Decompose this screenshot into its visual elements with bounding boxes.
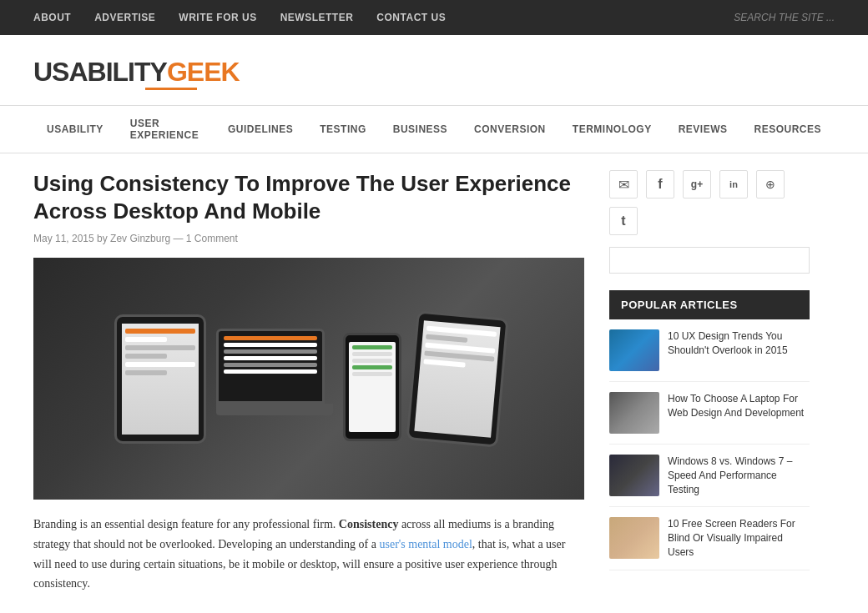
- cat-nav-resources[interactable]: RESOURCES: [740, 112, 835, 147]
- article-body-strong: Consistency: [339, 518, 399, 530]
- top-search-label: SEARCH THE SITE ...: [734, 12, 835, 23]
- social-linkedin-icon[interactable]: in: [719, 170, 748, 198]
- social-rss-icon[interactable]: ⊕: [756, 170, 785, 198]
- category-navigation: USABILITY USER EXPERIENCE GUIDELINES TES…: [0, 105, 868, 153]
- cat-nav-testing[interactable]: TESTING: [306, 112, 380, 147]
- article-date: May 11, 2015: [33, 233, 94, 244]
- social-facebook-icon[interactable]: f: [646, 170, 674, 198]
- sidebar: ✉ f g+ in ⊕ t POPULAR ARTICLES 10 UX Des…: [609, 170, 810, 594]
- top-nav-links: ABOUT ADVERTISE WRITE FOR US NEWSLETTER …: [33, 12, 446, 23]
- article-by: by: [97, 233, 108, 244]
- top-navigation: ABOUT ADVERTISE WRITE FOR US NEWSLETTER …: [0, 0, 868, 35]
- laptop-base: [216, 404, 333, 415]
- device-phone: [343, 333, 401, 441]
- article-hero-image: [33, 258, 584, 500]
- article-image-inner: [33, 258, 584, 500]
- device-tablet-left: [114, 314, 206, 444]
- popular-article-2: How To Choose A Laptop For Web Design An…: [609, 382, 810, 445]
- cat-nav-terminology[interactable]: TERMINOLOGY: [559, 112, 665, 147]
- popular-articles-list: 10 UX Design Trends You Shouldn't Overlo…: [609, 319, 810, 570]
- nav-link-about[interactable]: ABOUT: [33, 12, 71, 23]
- article-author[interactable]: Zev Ginzburg: [110, 233, 170, 244]
- article-dash: —: [173, 233, 185, 244]
- tablet-screen-right: [414, 320, 500, 438]
- cat-nav-user-experience[interactable]: USER EXPERIENCE: [117, 106, 214, 153]
- logo-underline: [145, 88, 197, 90]
- social-icons-bar: ✉ f g+ in ⊕ t: [609, 170, 810, 235]
- popular-article-title-3[interactable]: Windows 8 vs. Windows 7 – Speed And Perf…: [668, 455, 810, 496]
- logo-geek: GEEK: [167, 57, 240, 87]
- popular-article-thumb-3: [609, 455, 659, 496]
- nav-link-write[interactable]: WRITE FOR US: [179, 12, 256, 23]
- article-body-link[interactable]: user's mental model: [379, 538, 472, 550]
- social-email-icon[interactable]: ✉: [609, 170, 638, 198]
- popular-article-title-2[interactable]: How To Choose A Laptop For Web Design An…: [668, 392, 810, 420]
- article-title: Using Consistency To Improve The User Ex…: [33, 170, 584, 224]
- device-laptop: [216, 329, 333, 429]
- nav-link-newsletter[interactable]: NEWSLETTER: [280, 12, 354, 23]
- popular-article-thumb-1: [609, 329, 659, 371]
- cat-nav-reviews[interactable]: REVIEWS: [665, 112, 741, 147]
- popular-article-title-4[interactable]: 10 Free Screen Readers For Blind Or Visu…: [668, 517, 810, 559]
- laptop-screen: [216, 329, 325, 404]
- popular-articles-header: POPULAR ARTICLES: [609, 290, 810, 319]
- social-googleplus-icon[interactable]: g+: [683, 170, 711, 198]
- nav-link-contact[interactable]: CONTACT US: [376, 12, 446, 23]
- cat-nav-business[interactable]: BUSINESS: [380, 112, 461, 147]
- popular-article-thumb-2: [609, 392, 659, 434]
- logo-usability: USABILITY: [33, 57, 167, 87]
- article-body: Branding is an essential design feature …: [33, 515, 584, 594]
- site-header: USABILITYGEEK: [0, 35, 868, 105]
- site-logo[interactable]: USABILITYGEEK: [33, 58, 835, 85]
- popular-article-4: 10 Free Screen Readers For Blind Or Visu…: [609, 507, 810, 570]
- device-tablet-right: [406, 310, 508, 447]
- popular-article-1: 10 UX Design Trends You Shouldn't Overlo…: [609, 319, 810, 382]
- cat-nav-usability[interactable]: USABILITY: [33, 112, 117, 147]
- main-content: Using Consistency To Improve The User Ex…: [0, 153, 868, 610]
- tablet-screen: [122, 324, 199, 435]
- popular-article-3: Windows 8 vs. Windows 7 – Speed And Perf…: [609, 445, 810, 507]
- article: Using Consistency To Improve The User Ex…: [33, 170, 584, 594]
- article-comments[interactable]: 1 Comment: [186, 233, 238, 244]
- nav-link-advertise[interactable]: ADVERTISE: [94, 12, 155, 23]
- phone-screen: [349, 342, 396, 432]
- popular-article-thumb-4: [609, 517, 659, 559]
- article-body-pre: Branding is an essential design feature …: [33, 518, 339, 530]
- article-meta: May 11, 2015 by Zev Ginzburg — 1 Comment: [33, 233, 584, 244]
- popular-article-title-1[interactable]: 10 UX Design Trends You Shouldn't Overlo…: [668, 329, 810, 358]
- social-twitter-icon[interactable]: t: [609, 207, 638, 235]
- sidebar-search-input[interactable]: [609, 247, 810, 274]
- cat-nav-conversion[interactable]: CONVERSION: [461, 112, 559, 147]
- cat-nav-guidelines[interactable]: GUIDELINES: [214, 112, 306, 147]
